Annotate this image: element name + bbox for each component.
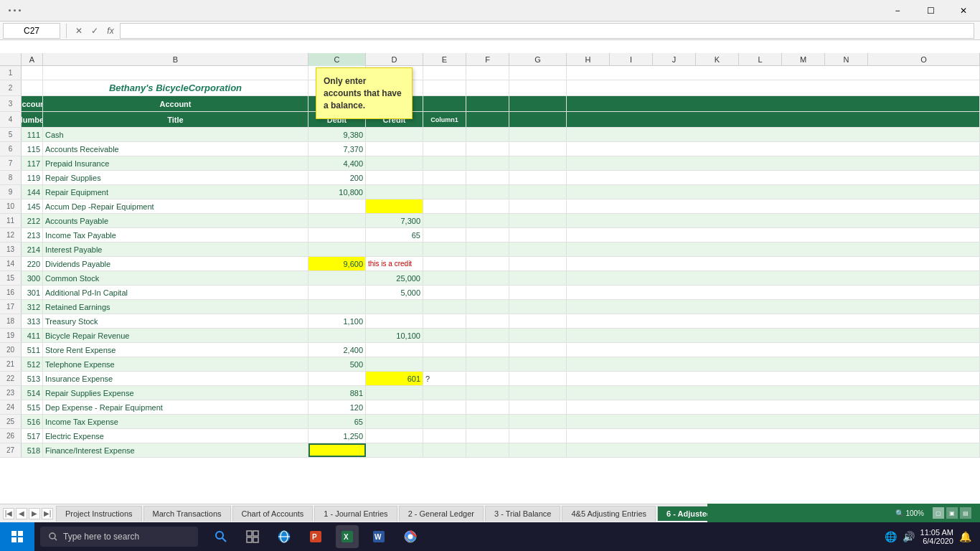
cell-e23[interactable] (423, 386, 466, 400)
cell-e7[interactable] (423, 156, 466, 170)
cell-g10[interactable] (509, 199, 567, 213)
cell-rest-20[interactable] (567, 343, 980, 357)
cell-b9[interactable]: Repair Equipment (43, 185, 308, 199)
cell-rest-25[interactable] (567, 415, 980, 428)
cell-a8[interactable]: 119 (22, 171, 43, 184)
taskbar-search-icon[interactable] (209, 525, 232, 548)
col-header-h[interactable]: H (567, 53, 610, 66)
cell-a20[interactable]: 511 (22, 343, 43, 357)
cell-rest-4[interactable] (567, 112, 980, 127)
cell-b10[interactable]: Accum Dep -Repair Equipment (43, 199, 308, 213)
cell-g5[interactable] (509, 128, 567, 141)
cell-c24[interactable]: 120 (308, 400, 366, 414)
col-header-m[interactable]: M (782, 53, 825, 66)
page-break-button[interactable]: ▤ (960, 507, 971, 519)
cell-b27[interactable]: Finance/Interest Expense (43, 443, 308, 457)
cell-g1[interactable] (509, 66, 567, 80)
col-header-o[interactable]: O (868, 53, 980, 66)
tab-scroll-next[interactable]: ▶ (29, 508, 40, 519)
cell-e3[interactable] (423, 96, 466, 111)
cell-e5[interactable] (423, 128, 466, 141)
cell-f5[interactable] (466, 128, 509, 141)
cell-rest-11[interactable] (567, 214, 980, 227)
tab-project-instructions[interactable]: Project Instructions (56, 506, 142, 522)
tab-march-transactions[interactable]: March Transactions (143, 506, 231, 522)
cell-rest-10[interactable] (567, 199, 980, 213)
cell-e14[interactable] (423, 257, 466, 270)
cell-g3[interactable] (509, 96, 567, 111)
cell-g19[interactable] (509, 329, 567, 342)
cell-c27-selected[interactable] (308, 443, 366, 457)
cell-g11[interactable] (509, 214, 567, 227)
cell-reference-box[interactable]: C27 (3, 23, 60, 39)
cell-rest-14[interactable] (567, 257, 980, 270)
cell-c21[interactable]: 500 (308, 357, 366, 371)
taskbar-search-box[interactable]: Type here to search (40, 527, 198, 547)
cell-rest-8[interactable] (567, 171, 980, 184)
maximize-button[interactable]: ☐ (914, 0, 947, 22)
cell-d27[interactable] (366, 443, 423, 457)
cell-rest-19[interactable] (567, 329, 980, 342)
cell-d15[interactable]: 25,000 (366, 271, 423, 285)
cell-f11[interactable] (466, 214, 509, 227)
cell-d25[interactable] (366, 415, 423, 428)
cell-b26[interactable]: Electric Expense (43, 429, 308, 443)
cell-g27[interactable] (509, 443, 567, 457)
col-header-l[interactable]: L (739, 53, 782, 66)
cell-c20[interactable]: 2,400 (308, 343, 366, 357)
cell-g7[interactable] (509, 156, 567, 170)
cell-f16[interactable] (466, 286, 509, 299)
cell-f18[interactable] (466, 314, 509, 328)
cell-e2[interactable] (423, 80, 466, 95)
col-header-g[interactable]: G (509, 53, 567, 66)
cell-c16[interactable] (308, 286, 366, 299)
cell-e25[interactable] (423, 415, 466, 428)
normal-view-button[interactable]: ▢ (933, 507, 944, 519)
cell-d22[interactable]: 601 (366, 372, 423, 385)
cell-e8[interactable] (423, 171, 466, 184)
col-header-b[interactable]: B (43, 53, 308, 66)
cell-d13[interactable] (366, 242, 423, 256)
cell-c19[interactable] (308, 329, 366, 342)
col-header-k[interactable]: K (696, 53, 739, 66)
powerpoint-icon[interactable]: P (304, 525, 327, 548)
cell-a4[interactable]: Number (22, 112, 43, 127)
cell-d5[interactable] (366, 128, 423, 141)
cell-a3[interactable]: Account (22, 96, 43, 111)
cell-a23[interactable]: 514 (22, 386, 43, 400)
tab-scroll-left[interactable]: |◀ (3, 508, 14, 519)
cell-d20[interactable] (366, 343, 423, 357)
cell-c9[interactable]: 10,800 (308, 185, 366, 199)
cell-b20[interactable]: Store Rent Expense (43, 343, 308, 357)
word-icon[interactable]: W (367, 525, 390, 548)
cell-f2[interactable] (466, 80, 509, 95)
cell-g15[interactable] (509, 271, 567, 285)
cell-rest-2[interactable] (567, 80, 980, 95)
cell-c23[interactable]: 881 (308, 386, 366, 400)
cell-c18[interactable]: 1,100 (308, 314, 366, 328)
cell-a6[interactable]: 115 (22, 142, 43, 156)
cell-e6[interactable] (423, 142, 466, 156)
cell-e19[interactable] (423, 329, 466, 342)
cell-a16[interactable]: 301 (22, 286, 43, 299)
cell-f23[interactable] (466, 386, 509, 400)
cell-b17[interactable]: Retained Earnings (43, 300, 308, 314)
cell-b8[interactable]: Repair Supplies (43, 171, 308, 184)
cell-e20[interactable] (423, 343, 466, 357)
cell-f12[interactable] (466, 228, 509, 242)
cell-b18[interactable]: Treasury Stock (43, 314, 308, 328)
cell-b22[interactable]: Insurance Expense (43, 372, 308, 385)
cell-e9[interactable] (423, 185, 466, 199)
cell-a26[interactable]: 517 (22, 429, 43, 443)
cell-b12[interactable]: Income Tax Payable (43, 228, 308, 242)
cell-a21[interactable]: 512 (22, 357, 43, 371)
cell-g17[interactable] (509, 300, 567, 314)
cell-e21[interactable] (423, 357, 466, 371)
cell-d24[interactable] (366, 400, 423, 414)
cell-g4[interactable] (509, 112, 567, 127)
cell-b2-title[interactable]: Bethany's BicycleCorporation (43, 80, 308, 95)
cell-g16[interactable] (509, 286, 567, 299)
cell-b15[interactable]: Common Stock (43, 271, 308, 285)
cell-g22[interactable] (509, 372, 567, 385)
cell-a22[interactable]: 513 (22, 372, 43, 385)
